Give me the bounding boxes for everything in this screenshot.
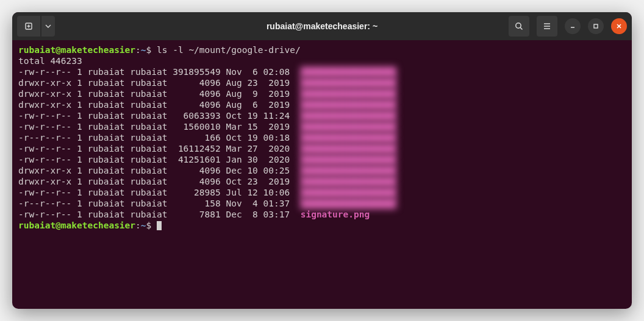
search-button[interactable] — [509, 16, 529, 37]
blurred-filename: ██████████████████ — [301, 88, 396, 99]
chevron-down-icon — [45, 23, 51, 29]
row-meta: -rw-r--r-- 1 rubaiat rubaiat 6063393 Oct… — [18, 111, 301, 121]
prompt-line: rubaiat@maketecheasier:~$ ls -l ~/mount/… — [18, 44, 626, 55]
row-meta: -rw-r--r-- 1 rubaiat rubaiat 391895549 N… — [18, 67, 301, 77]
command-text: ls -l ~/mount/google-drive/ — [157, 45, 301, 55]
listing-row: drwxr-xr-x 1 rubaiat rubaiat 4096 Aug 6 … — [18, 99, 626, 110]
blurred-filename: ██████████████████ — [301, 66, 396, 77]
minimize-icon — [570, 23, 576, 29]
terminal-window: rubaiat@maketecheasier: ~ — [12, 12, 632, 309]
listing-row: -rw-r--r-- 1 rubaiat rubaiat 41251601 Ja… — [18, 154, 626, 165]
prompt-path: ~ — [141, 220, 146, 230]
search-icon — [514, 21, 524, 31]
blurred-filename: ██████████████████ — [301, 121, 396, 132]
listing-row: -rw-r--r-- 1 rubaiat rubaiat 16112452 Ma… — [18, 143, 626, 154]
prompt-symbol: $ — [146, 220, 157, 230]
row-meta: -rw-r--r-- 1 rubaiat rubaiat 16112452 Ma… — [18, 144, 301, 153]
close-icon — [616, 23, 622, 29]
listing-row: -rw-r--r-- 1 rubaiat rubaiat 6063393 Oct… — [18, 110, 626, 121]
listing-row: -r--r--r-- 1 rubaiat rubaiat 166 Oct 19 … — [18, 132, 626, 143]
listing-row: -rw-r--r-- 1 rubaiat rubaiat 28985 Jul 1… — [18, 187, 626, 198]
row-meta: -rw-r--r-- 1 rubaiat rubaiat 1560010 Mar… — [18, 122, 301, 132]
row-meta: -rw-r--r-- 1 rubaiat rubaiat 41251601 Ja… — [18, 155, 301, 164]
new-tab-button[interactable] — [17, 16, 40, 37]
row-meta: drwxr-xr-x 1 rubaiat rubaiat 4096 Dec 10… — [18, 166, 301, 175]
row-meta: -r--r--r-- 1 rubaiat rubaiat 166 Oct 19 … — [18, 133, 301, 143]
listing-row: drwxr-xr-x 1 rubaiat rubaiat 4096 Dec 10… — [18, 165, 626, 176]
titlebar: rubaiat@maketecheasier: ~ — [12, 12, 632, 40]
blurred-filename: ██████████████████ — [301, 132, 396, 143]
close-button[interactable] — [611, 18, 627, 34]
terminal-body[interactable]: rubaiat@maketecheasier:~$ ls -l ~/mount/… — [12, 40, 632, 309]
blurred-filename: ██████████████████ — [301, 165, 396, 176]
prompt-symbol: $ — [146, 45, 157, 55]
row-meta: drwxr-xr-x 1 rubaiat rubaiat 4096 Aug 23… — [18, 78, 301, 88]
listing-row: drwxr-xr-x 1 rubaiat rubaiat 4096 Aug 9 … — [18, 88, 626, 99]
row-meta: drwxr-xr-x 1 rubaiat rubaiat 4096 Aug 6 … — [18, 100, 301, 110]
row-meta: drwxr-xr-x 1 rubaiat rubaiat 4096 Aug 9 … — [18, 89, 301, 99]
prompt-user: rubaiat@maketecheasier — [18, 45, 135, 55]
listing-row: drwxr-xr-x 1 rubaiat rubaiat 4096 Aug 23… — [18, 77, 626, 88]
blurred-filename: ██████████████████ — [301, 77, 396, 88]
blurred-filename: ██████████████████ — [301, 176, 396, 187]
titlebar-right-controls — [509, 16, 627, 37]
filename: signature.png — [301, 210, 370, 219]
listing-row: drwxr-xr-x 1 rubaiat rubaiat 4096 Oct 23… — [18, 176, 626, 187]
total-line: total 446233 — [18, 55, 626, 66]
prompt-user: rubaiat@maketecheasier — [18, 220, 135, 230]
menu-button[interactable] — [537, 16, 557, 37]
new-tab-dropdown[interactable] — [41, 16, 55, 37]
listing-row: -rw-r--r-- 1 rubaiat rubaiat 1560010 Mar… — [18, 121, 626, 132]
prompt-colon: : — [135, 220, 141, 230]
prompt-path: ~ — [141, 45, 146, 55]
maximize-icon — [593, 23, 599, 29]
cursor — [157, 221, 162, 230]
blurred-filename: ██████████████████ — [301, 154, 396, 165]
svg-point-3 — [516, 23, 521, 28]
blurred-filename: ██████████████████ — [301, 143, 396, 154]
hamburger-icon — [542, 21, 552, 31]
row-meta: -r--r--r-- 1 rubaiat rubaiat 158 Nov 4 0… — [18, 199, 301, 208]
listing-row: -rw-r--r-- 1 rubaiat rubaiat 7881 Dec 8 … — [18, 209, 626, 220]
row-meta: drwxr-xr-x 1 rubaiat rubaiat 4096 Oct 23… — [18, 177, 301, 186]
blurred-filename: ██████████████████ — [301, 198, 396, 209]
svg-rect-9 — [594, 24, 598, 28]
minimize-button[interactable] — [565, 18, 581, 34]
prompt-colon: : — [135, 45, 141, 55]
titlebar-left-controls — [17, 16, 55, 37]
new-tab-icon — [24, 21, 34, 31]
blurred-filename: ██████████████████ — [301, 187, 396, 198]
row-meta: -rw-r--r-- 1 rubaiat rubaiat 28985 Jul 1… — [18, 188, 301, 197]
listing-row: -rw-r--r-- 1 rubaiat rubaiat 391895549 N… — [18, 66, 626, 77]
blurred-filename: ██████████████████ — [301, 110, 396, 121]
svg-line-4 — [520, 27, 522, 29]
blurred-filename: ██████████████████ — [301, 99, 396, 110]
maximize-button[interactable] — [588, 18, 604, 34]
prompt-line: rubaiat@maketecheasier:~$ — [18, 220, 626, 231]
listing-row: -r--r--r-- 1 rubaiat rubaiat 158 Nov 4 0… — [18, 198, 626, 209]
row-meta: -rw-r--r-- 1 rubaiat rubaiat 7881 Dec 8 … — [18, 210, 301, 219]
